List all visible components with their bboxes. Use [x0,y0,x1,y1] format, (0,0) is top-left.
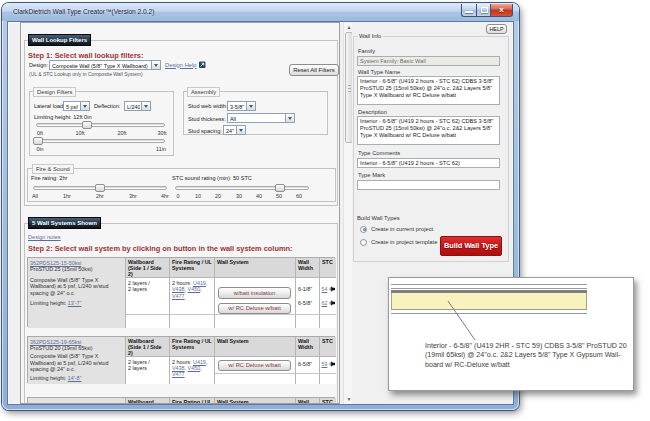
stc-tick-0: 0 [177,193,180,199]
close-button[interactable]: x [491,4,513,17]
thumb-grip-icon [348,85,351,86]
stud-link[interactable]: 362PDS125-19-65ksi [30,339,81,345]
stud-link[interactable]: 362PDS125-15-50ksi [30,260,81,266]
wall-description: Composite Wall (5/8" Type X Wallboard) a… [30,277,123,296]
ul-link[interactable]: V438 [172,365,185,371]
maximize-icon [481,7,488,13]
stc-link[interactable]: 54 [322,286,328,292]
wall-system-header: Wall System [214,258,295,278]
stud-web-width-select[interactable]: 3-5/8" [227,101,256,111]
create-project-template-label: Create in project template [371,239,437,245]
design-note: (UL & STC Lookup only in Composite Wall … [29,71,143,77]
wall-type-name-label: Wall Type Name [358,69,400,75]
design-help-icon[interactable] [199,60,206,68]
stc-tick-3: 30 [236,193,242,199]
inch-slider-track[interactable] [36,139,165,143]
empty-cell [319,374,336,384]
stud-cell: 362PDS125-19-65ksi ProSTUD 20 (19mil 65k… [28,337,125,384]
stud-cell: 362PDS125-15-50ksi ProSTUD 25 (15mil 50k… [28,258,125,328]
description-field[interactable]: Interior - 6-5/8" (U419 2 hours - STC 62… [357,116,500,145]
speaker-icon[interactable] [329,361,335,367]
ul-link[interactable]: U419 [193,280,206,286]
family-field: System Family: Basic Wall [357,56,500,66]
wallboard-value: 2 layers / [128,280,150,286]
reset-all-filters-button[interactable]: Reset All Filters [289,64,339,76]
lateral-load-arrow-icon[interactable] [80,102,89,110]
ul-link[interactable]: V450 [188,365,201,371]
help-button[interactable]: HELP [486,24,507,34]
limiting-height-link[interactable]: 13'-7" [68,300,82,306]
minimize-icon [465,11,473,13]
limiting-height-label: Limiting height: [30,375,66,381]
stc-header: STC [319,258,336,278]
limiting-height-link[interactable]: 14'-8" [68,375,82,381]
wall-systems-shown-header: 5 Wall Systems Shown [28,217,101,229]
minimize-button[interactable] [461,4,476,17]
wall-system-button[interactable]: w/batt insulation [218,287,291,299]
stud-spacing-select[interactable]: 24" [223,125,246,135]
inch-tick-0: 0in [36,146,43,152]
design-select-arrow-icon[interactable] [151,61,160,69]
ul-link[interactable]: V477 [172,293,185,299]
stc-slider-track[interactable] [175,186,309,190]
fire-slider-thumb[interactable] [95,184,105,192]
design-help-link[interactable]: Design Help [165,62,197,68]
empty-cell [295,315,319,328]
stud-thickness-arrow-icon[interactable] [285,114,294,122]
lateral-load-select[interactable]: 5 psf [63,101,90,111]
wall-system-header: Wall System [214,398,295,404]
leader-line [389,278,635,392]
height-slider-thumb[interactable] [82,121,92,129]
design-notes-link[interactable]: Design notes [28,234,61,240]
stc-link[interactable]: 62 [322,300,328,306]
limiting-height-label: Limiting height: 12ft 0in [34,114,92,120]
ul-link[interactable]: V438 [172,286,185,292]
stud-web-width-arrow-icon[interactable] [246,102,255,110]
stud-spacing-arrow-icon[interactable] [236,126,245,134]
create-current-project-radio[interactable] [360,226,367,233]
stc-slider-thumb[interactable] [275,184,285,192]
fire-rating-header: Fire Rating / UL Systems [169,258,214,278]
speaker-icon[interactable] [329,286,335,292]
type-mark-field[interactable] [357,180,500,190]
wall-system-header: Wall System [214,337,295,357]
wall-system-button[interactable]: w/ RC Deluxe w/batt [218,360,291,372]
wallboard-value: 2 layers [128,286,147,292]
maximize-button[interactable] [476,4,491,17]
height-slider-track[interactable] [36,123,165,127]
fire-rating-cell: 2 hours: U419, V438, V450, V477 [169,278,214,315]
reset-all-filters-label: Reset All Filters [290,67,338,73]
stc-link[interactable]: 59 [322,361,328,367]
wallboard-value: 2 layers [128,365,147,371]
design-select[interactable]: Composite Wall (5/8" Type X Wallboard) [49,60,161,70]
empty-cell [169,315,214,328]
inch-slider-thumb[interactable] [33,137,43,145]
create-project-template-radio[interactable] [360,239,367,246]
limiting-height-row: Limiting height: 14'-8" [30,375,123,381]
stc-rating-label: STC sound rating (min): 50 STC [172,175,252,181]
ul-link[interactable]: V450 [188,286,201,292]
title-bar[interactable]: ClarkDietrich Wall Type Creator™(Version… [2,3,519,21]
ul-link[interactable]: V477 [172,371,185,377]
wallboard-header: Wallboard (Side 1 / Side 2) [125,258,169,278]
stud-thickness-label: Stud thickness: [188,116,226,122]
callout-line: board w/ RC-Deluxe w/batt [425,361,633,370]
wall-system-button[interactable]: w/ RC Deluxe w/batt [218,303,291,315]
fire-tick-3: 3hr [129,193,137,199]
empty-cell [295,374,319,384]
link-separator: , [200,365,202,371]
speaker-icon[interactable] [329,300,335,306]
stud-thickness-select[interactable]: All [227,113,295,123]
wall-system-button-label: w/ RC Deluxe w/batt [219,362,290,368]
deflection-arrow-icon[interactable] [141,102,150,110]
ul-link[interactable]: U419 [193,359,206,365]
description-label: Description [358,109,387,115]
wall-system-table-row: 362PDS125-19-65ksi ProSTUD 20 (19mil 65k… [27,336,335,383]
build-wall-type-button[interactable]: Build Wall Type [440,236,502,256]
help-button-label: HELP [487,26,506,32]
deflection-select[interactable]: L/240 [124,101,151,111]
limiting-height-label: Limiting height: [30,300,66,306]
step2-heading: Step 2: Select wall system by clicking o… [28,244,292,253]
type-comments-field[interactable]: Interior - 6-5/8" (U419 2 hours - STC 62… [357,158,500,168]
wall-type-name-field[interactable]: Interior - 6-5/8" (U419 2 hours - STC 62… [357,76,500,105]
